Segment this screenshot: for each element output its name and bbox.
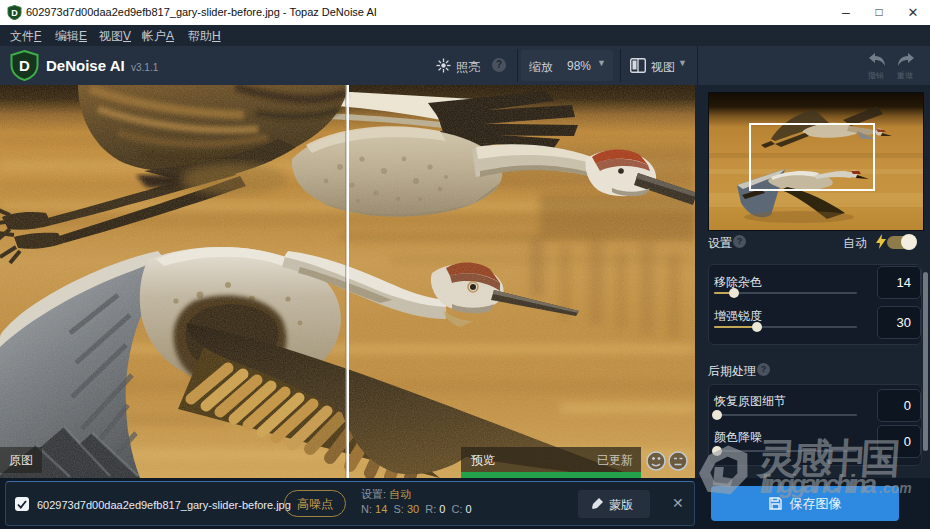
svg-text:D: D <box>11 8 18 18</box>
svg-text:D: D <box>19 57 30 74</box>
svg-text:lingganchina: lingganchina <box>760 470 877 498</box>
svg-text:.com: .com <box>879 480 912 496</box>
